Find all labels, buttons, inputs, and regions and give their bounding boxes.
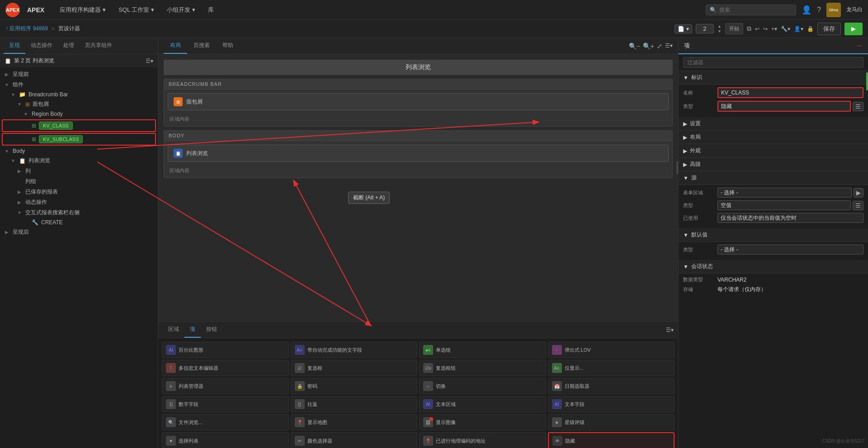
avatar[interactable]: blma — [826, 3, 841, 17]
help-icon[interactable]: ? — [817, 6, 821, 14]
page-number-input[interactable] — [696, 24, 714, 33]
table-config-btn[interactable]: ▶ — [854, 188, 863, 198]
tree-item-kv-subclass[interactable]: ⊞ KV_SUBCLASS — [2, 133, 156, 146]
item-display-only[interactable]: A≡ 仅显示... — [548, 360, 675, 376]
tree-item-columns[interactable]: ▶ 列 — [0, 166, 158, 176]
field-table-select[interactable]: - 选择 - — [717, 188, 852, 198]
tree-item-colgroups[interactable]: ▶ 列组 — [0, 176, 158, 187]
tab-dynamic[interactable]: 动态操作 — [25, 38, 58, 54]
menu-icon-btn[interactable]: ☰▾ — [146, 58, 153, 64]
section-layout-header[interactable]: ▶ 布局 — [679, 131, 868, 144]
item-shuttle[interactable]: {} 往返 — [291, 396, 418, 412]
tab-process[interactable]: 处理 — [58, 38, 80, 54]
start-button[interactable]: 开始 — [725, 23, 743, 34]
section-session-header[interactable]: ▼ 会话状态 — [679, 260, 868, 274]
tab-layout[interactable]: 布局 — [164, 38, 187, 54]
page-nav-btn[interactable]: 📄 ▾ — [675, 24, 692, 33]
item-autocomplete-text[interactable]: A+ 带自动完成功能的文字段 — [291, 342, 418, 358]
item-text-field[interactable]: AI 文本字段 — [548, 396, 675, 412]
filter-input[interactable] — [683, 57, 863, 68]
item-date-picker[interactable]: 📅 日期选取器 — [548, 378, 675, 394]
field-src-type-select[interactable]: 空值 — [717, 200, 851, 210]
tree-item-kv-class[interactable]: ⊞ KV_CLASS — [2, 119, 156, 132]
tree-item-body[interactable]: ▼ Body — [0, 146, 158, 156]
user-icon[interactable]: 👤 — [802, 5, 811, 15]
item-checkbox[interactable]: ☑ 复选框 — [291, 360, 418, 376]
lock-icon[interactable]: 🔒 — [807, 26, 814, 32]
nav-item-sql[interactable]: SQL 工作室 ▾ — [114, 4, 159, 16]
field-name-input[interactable] — [717, 87, 863, 98]
tree-item-renderafter[interactable]: ▶ 呈现后 — [0, 227, 158, 237]
tab-region[interactable]: 区域 — [163, 322, 184, 338]
tree-item-saved-reports[interactable]: ▶ 已保存的报表 — [0, 187, 158, 197]
section-advanced-header[interactable]: ▶ 高级 — [679, 158, 868, 171]
tab-render[interactable]: 呈现 — [4, 38, 25, 54]
add-icon[interactable]: +▾ — [771, 26, 777, 32]
section-settings-header[interactable]: ▶ 设置 — [679, 117, 868, 131]
field-default-type-select[interactable]: - 选择 - — [717, 245, 863, 255]
breadcrumb-app[interactable]: ↑ 应用程序 94869 — [5, 25, 48, 33]
tab-items[interactable]: 项 — [184, 322, 201, 338]
item-password[interactable]: 🔒 密码 — [291, 378, 418, 394]
item-select-list[interactable]: ▼ 选择列表 — [162, 432, 289, 448]
item-show-image[interactable]: 🖼 显示图像 — [419, 414, 546, 430]
item-percent-chart[interactable]: AI 百分比图形 — [162, 342, 289, 358]
item-star-rating[interactable]: ★ 星级评级 — [548, 414, 675, 430]
save-button[interactable]: 保存 — [817, 23, 841, 35]
fullscreen-icon[interactable]: ⤢ — [657, 42, 662, 50]
section-default-header[interactable]: ▼ 默认值 — [679, 228, 868, 242]
tree-item-create[interactable]: ▶ 🔧 CREATE — [0, 218, 158, 227]
item-richtext[interactable]: T 多信息文本编辑器 — [162, 360, 289, 376]
tab-buttons[interactable]: 按钮 — [201, 322, 222, 338]
tree-item-breadcrumb[interactable]: ▼ ⊞ 面包屑 — [0, 99, 158, 109]
item-radio-group[interactable]: ●≡ 单选组 — [419, 342, 546, 358]
zoom-in-icon[interactable]: 🔍+ — [643, 42, 654, 50]
bottom-menu-icon[interactable]: ☰▾ — [666, 327, 674, 333]
copy-icon-btn[interactable]: ⧉ — [747, 25, 751, 33]
search-input[interactable] — [719, 7, 787, 13]
section-source-header[interactable]: ▼ 源 — [679, 171, 868, 185]
item-toggle[interactable]: ○ 切换 — [419, 378, 546, 394]
tools-icon[interactable]: 🔧▾ — [781, 26, 790, 32]
users-icon[interactable]: 👤▾ — [794, 26, 803, 32]
item-file-browse[interactable]: 🔍 文件浏览... — [162, 414, 289, 430]
tab-shared[interactable]: 页共享组件 — [80, 38, 118, 54]
item-checkbox-group[interactable]: ☑≡ 复选框组 — [419, 360, 546, 376]
item-number-field[interactable]: 1| 数字字段 — [162, 396, 289, 412]
tree-item-renderfront[interactable]: ▶ 呈现前 — [0, 69, 158, 80]
nav-item-library[interactable]: 库 — [203, 4, 218, 16]
item-textarea[interactable]: AI 文本区域 — [419, 396, 546, 412]
zoom-out-icon[interactable]: 🔍− — [629, 42, 640, 50]
tree-item-search-bar-right[interactable]: ▼ 交互式报表搜索栏右侧 — [0, 207, 158, 218]
field-type-select[interactable]: 隐藏 文本字段 选择列表 — [717, 101, 851, 112]
item-show-map[interactable]: 📍 显示地图 — [291, 414, 418, 430]
tree-item-region-body[interactable]: ▼ Region Body — [0, 109, 158, 118]
canvas-breadcrumb-item[interactable]: ⊞ 面包屑 — [168, 93, 669, 110]
tab-help[interactable]: 帮助 — [216, 38, 240, 54]
tree-item-breadcrumb-bar[interactable]: ▼ 📁 Breadcrumb Bar — [0, 90, 158, 99]
type-config-btn[interactable]: ☰ — [853, 102, 863, 111]
item-list-manager[interactable]: ≡ 列表管理器 — [162, 378, 289, 394]
field-used-select[interactable]: 仅当会话状态中的当前值为空时 — [717, 213, 863, 223]
nav-item-builder[interactable]: 应用程序构建器 ▾ — [55, 4, 110, 16]
item-color-picker[interactable]: ✏ 颜色选择器 — [291, 432, 418, 448]
global-search[interactable]: 🔍 — [706, 5, 796, 15]
undo-icon[interactable]: ↩ — [755, 26, 760, 32]
section-identity-header[interactable]: ▼ 标识 — [679, 71, 868, 85]
collapse-handle[interactable]: ◀ — [676, 161, 678, 174]
tree-item-listview[interactable]: ▼ 📋 列表浏览 — [0, 156, 158, 166]
canvas-listview-item[interactable]: 📋 列表浏览 — [168, 145, 669, 162]
item-geocode[interactable]: 📍 已进行地理编码的地址 — [419, 432, 546, 448]
section-appearance-header[interactable]: ▶ 外观 — [679, 144, 868, 158]
page-down-btn[interactable]: ▼ — [717, 29, 722, 34]
tree-item-components[interactable]: ▼ 组件 — [0, 80, 158, 90]
center-menu-icon[interactable]: ☰▾ — [665, 42, 673, 50]
src-type-config-btn[interactable]: ☰ — [853, 201, 863, 210]
redo-icon[interactable]: ↪ — [763, 26, 768, 32]
tree-item-dynamic-actions[interactable]: ▶ 动态操作 — [0, 197, 158, 207]
item-hidden[interactable]: 👁 隐藏 — [548, 432, 675, 448]
tab-page-search[interactable]: 页搜索 — [187, 38, 216, 54]
item-popup-lov[interactable]: ↑ 弹出式 LOV — [548, 342, 675, 358]
run-button[interactable]: ▶ — [844, 23, 863, 35]
nav-item-team[interactable]: 小组开发 ▾ — [162, 4, 200, 16]
